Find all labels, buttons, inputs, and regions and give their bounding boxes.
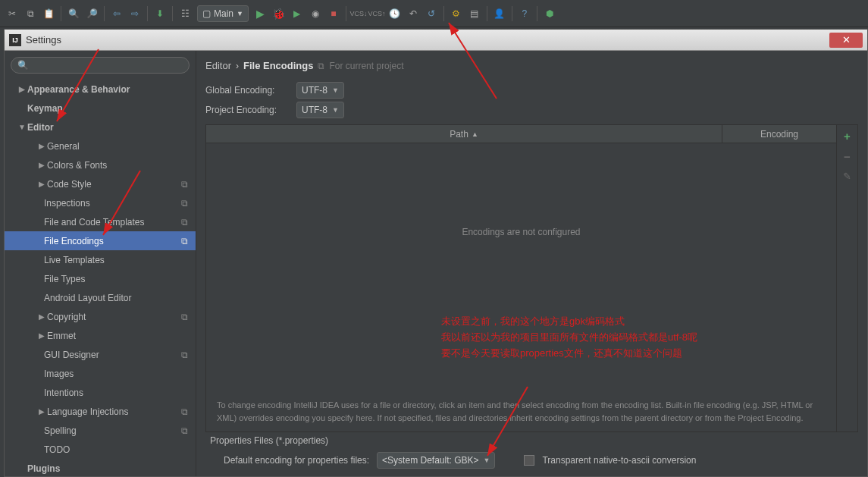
properties-title: Properties Files (*.properties) bbox=[210, 435, 854, 446]
add-icon[interactable]: + bbox=[844, 130, 851, 143]
col-path[interactable]: Path ▲ bbox=[206, 125, 722, 143]
tree-inspections[interactable]: Inspections⧉ bbox=[5, 193, 196, 212]
table-tools: + − ✎ bbox=[836, 125, 857, 431]
table-header: Path ▲ Encoding bbox=[206, 125, 836, 143]
tree-intentions[interactable]: Intentions bbox=[5, 383, 196, 402]
tree-keymap[interactable]: Keymap bbox=[5, 99, 196, 118]
remove-icon: − bbox=[844, 150, 851, 163]
tree-copyright[interactable]: ▶Copyright⧉ bbox=[5, 307, 196, 326]
structure-icon[interactable]: ▤ bbox=[468, 8, 481, 20]
crumb-editor: Editor bbox=[205, 60, 231, 71]
titlebar: IJ Settings ✕ bbox=[5, 30, 867, 51]
global-encoding-row: Global Encoding: UTF-8 ▼ bbox=[205, 80, 858, 100]
copy-icon: ⧉ bbox=[181, 198, 188, 209]
search-box[interactable]: 🔍 bbox=[11, 57, 190, 74]
tree-codestyle[interactable]: ▶Code Style⧉ bbox=[5, 174, 196, 193]
vcs-update-icon[interactable]: VCS↓ bbox=[353, 8, 365, 20]
transparent-checkbox[interactable] bbox=[524, 455, 534, 466]
chevron-down-icon: ▼ bbox=[484, 457, 490, 464]
profile-icon[interactable]: ◉ bbox=[309, 8, 321, 20]
tree-gui-designer[interactable]: GUI Designer⧉ bbox=[5, 345, 196, 364]
tree-todo[interactable]: TODO bbox=[5, 440, 196, 459]
sidebar: 🔍 ▶Appearance & Behavior Keymap ▼Editor … bbox=[5, 51, 196, 476]
global-encoding-select[interactable]: UTF-8 ▼ bbox=[296, 82, 344, 99]
window-title: Settings bbox=[26, 34, 61, 46]
tree-colors[interactable]: ▶Colors & Fonts bbox=[5, 155, 196, 174]
tree-plugins[interactable]: Plugins bbox=[5, 459, 196, 476]
tree-android-layout[interactable]: Android Layout Editor bbox=[5, 288, 196, 307]
replace-icon[interactable]: 🔎 bbox=[86, 8, 98, 20]
default-encoding-label: Default encoding for properties files: bbox=[224, 455, 369, 466]
breadcrumb: Editor › File Encodings ⧉ For current pr… bbox=[205, 60, 858, 71]
tree-editor[interactable]: ▼Editor bbox=[5, 118, 196, 137]
settings-window: IJ Settings ✕ 🔍 ▶Appearance & Behavior K… bbox=[4, 29, 868, 477]
copy-icon: ⧉ bbox=[181, 406, 188, 417]
copy-icon: ⧉ bbox=[181, 425, 188, 436]
breadcrumb-hint: For current project bbox=[329, 61, 403, 71]
properties-section: Properties Files (*.properties) Default … bbox=[205, 432, 858, 476]
default-encoding-select[interactable]: <System Default: GBK> ▼ bbox=[377, 452, 495, 469]
crumb-file-encodings: File Encodings bbox=[243, 60, 313, 71]
annotation-line2: 我以前还以为我的项目里面所有文件的编码格式都是utf-8呢 bbox=[441, 330, 697, 346]
annotation-line3: 要不是今天要读取properties文件，还真不知道这个问题 bbox=[441, 346, 697, 362]
copy-icon: ⧉ bbox=[181, 179, 188, 190]
cut-icon[interactable]: ✂ bbox=[6, 8, 18, 20]
find-icon[interactable]: 🔍 bbox=[67, 8, 80, 20]
chevron-down-icon: ▼ bbox=[237, 10, 243, 17]
tree-images[interactable]: Images bbox=[5, 364, 196, 383]
annotation-line1: 未设置之前，我的这个地方是gbk编码格式 bbox=[441, 314, 697, 330]
search-icon: 🔍 bbox=[17, 60, 29, 71]
tree-appearance[interactable]: ▶Appearance & Behavior bbox=[5, 80, 196, 99]
tree-emmet[interactable]: ▶Emmet bbox=[5, 326, 196, 345]
coverage-icon[interactable]: ▶ bbox=[291, 8, 303, 20]
main-toolbar: ✂ ⧉ 📋 🔍 🔎 ⇦ ⇨ ⬇ ☷ ▢ Main ▼ ▶ 🐞 ▶ ◉ ■ VCS… bbox=[0, 0, 868, 27]
col-encoding[interactable]: Encoding bbox=[722, 125, 836, 143]
edit-icon: ✎ bbox=[843, 171, 851, 182]
intellij-icon: IJ bbox=[9, 34, 21, 46]
content-area: Editor › File Encodings ⧉ For current pr… bbox=[196, 51, 867, 476]
debug-icon[interactable]: 🐞 bbox=[273, 8, 285, 20]
help-icon[interactable]: ? bbox=[519, 8, 531, 20]
project-encoding-value: UTF-8 bbox=[302, 105, 327, 115]
copy-icon[interactable]: ⧉ bbox=[24, 8, 36, 20]
plugin-icon[interactable]: ⬢ bbox=[544, 8, 556, 20]
project-icon: ⧉ bbox=[318, 61, 324, 71]
vcs-commit-icon[interactable]: VCS↑ bbox=[371, 8, 383, 20]
tree-general[interactable]: ▶General bbox=[5, 137, 196, 155]
transparent-label: Transparent native-to-ascii conversion bbox=[542, 455, 696, 466]
copy-icon: ⧉ bbox=[181, 312, 188, 322]
revert-icon[interactable]: ↶ bbox=[407, 8, 419, 20]
select-run-icon[interactable]: ☷ bbox=[179, 8, 191, 20]
global-encoding-value: UTF-8 bbox=[302, 85, 327, 96]
forward-icon[interactable]: ⇨ bbox=[129, 8, 141, 20]
tree-live-templates[interactable]: Live Templates bbox=[5, 250, 196, 269]
project-encoding-select[interactable]: UTF-8 ▼ bbox=[296, 102, 344, 118]
copy-icon: ⧉ bbox=[181, 350, 188, 360]
chevron-right-icon: › bbox=[236, 61, 239, 71]
chevron-down-icon: ▼ bbox=[332, 106, 339, 114]
encoding-table: Path ▲ Encoding Encodings are not config… bbox=[205, 124, 858, 432]
help-text: To change encoding IntelliJ IDEA uses fo… bbox=[206, 391, 836, 431]
run-config-label: Main bbox=[214, 8, 233, 19]
user-icon[interactable]: 👤 bbox=[494, 8, 506, 20]
stop-icon[interactable]: ■ bbox=[327, 8, 340, 20]
tree-file-templates[interactable]: File and Code Templates⧉ bbox=[5, 212, 196, 231]
undo-icon[interactable]: ↺ bbox=[425, 8, 437, 20]
tree-spelling[interactable]: Spelling⧉ bbox=[5, 421, 196, 440]
history-icon[interactable]: 🕓 bbox=[389, 8, 401, 20]
build-icon[interactable]: ⬇ bbox=[154, 8, 166, 20]
search-input[interactable] bbox=[33, 60, 183, 71]
close-button[interactable]: ✕ bbox=[829, 33, 863, 48]
global-encoding-label: Global Encoding: bbox=[205, 85, 289, 96]
run-config-combo[interactable]: ▢ Main ▼ bbox=[197, 5, 249, 22]
project-encoding-row: Project Encoding: UTF-8 ▼ bbox=[205, 100, 858, 120]
back-icon[interactable]: ⇦ bbox=[111, 8, 123, 20]
run-icon[interactable]: ▶ bbox=[255, 8, 267, 20]
tree-lang-injections[interactable]: ▶Language Injections⧉ bbox=[5, 402, 196, 421]
tree-file-types[interactable]: File Types bbox=[5, 269, 196, 288]
sort-asc-icon: ▲ bbox=[472, 130, 478, 138]
settings-icon[interactable]: ⚙ bbox=[450, 8, 462, 20]
table-empty-text: Encodings are not configured bbox=[462, 227, 580, 237]
paste-icon[interactable]: 📋 bbox=[42, 8, 55, 20]
tree-file-encodings[interactable]: File Encodings⧉ bbox=[5, 231, 196, 250]
